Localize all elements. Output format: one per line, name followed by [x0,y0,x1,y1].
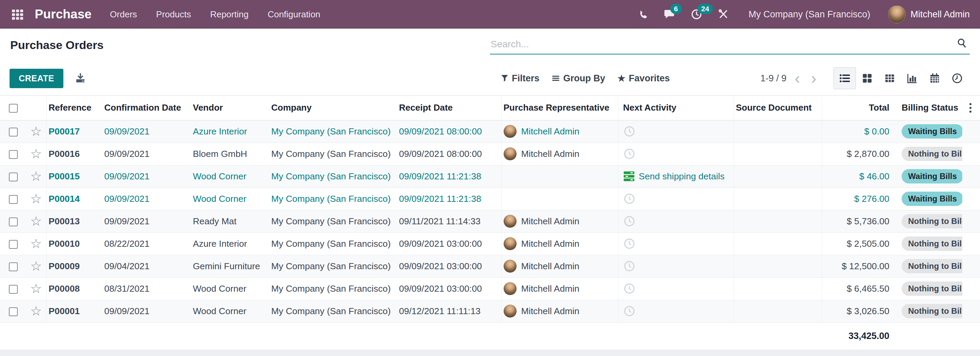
next-activity-cell[interactable] [618,210,733,233]
reference-cell[interactable]: P00015 [46,165,102,188]
reference-cell[interactable]: P00017 [46,120,102,142]
company-cell[interactable]: My Company (San Francisco) [269,233,397,255]
next-activity-clock-icon[interactable] [623,125,635,138]
source-document-cell[interactable] [733,120,822,142]
row-checkbox[interactable] [9,307,18,316]
reference-cell[interactable]: P00008 [46,277,102,300]
receipt-date-cell[interactable]: 09/09/2021 08:00:00 [397,120,501,142]
table-row[interactable]: ☆ P00010 08/22/2021 Azure Interior My Co… [0,233,980,255]
receipt-date-cell[interactable]: 09/09/2021 08:00:00 [397,142,501,165]
company-switcher[interactable]: My Company (San Francisco) [749,9,870,20]
vendor-cell[interactable]: Wood Corner [191,277,269,300]
calendar-view-button[interactable] [923,67,946,89]
vendor-cell[interactable]: Azure Interior [191,233,269,255]
menu-orders[interactable]: Orders [100,0,146,28]
kanban-view-button[interactable] [856,67,878,89]
favorite-star-icon[interactable]: ☆ [30,304,42,318]
next-activity-clock-icon[interactable] [623,215,635,227]
next-activity-cell[interactable] [618,277,733,300]
list-view-button[interactable] [834,67,856,89]
company-cell[interactable]: My Company (San Francisco) [269,120,397,142]
company-cell[interactable]: My Company (San Francisco) [269,142,397,165]
receipt-date-cell[interactable]: 09/09/2021 03:00:00 [397,255,501,277]
receipt-date-cell[interactable]: 09/09/2021 03:00:00 [397,277,501,300]
col-receipt-date[interactable]: Receipt Date [397,96,501,120]
table-row[interactable]: ☆ P00001 09/09/2021 Wood Corner My Compa… [0,300,980,322]
col-company[interactable]: Company [269,96,397,120]
graph-view-button[interactable] [901,67,923,89]
favorite-star-icon[interactable]: ☆ [30,237,42,251]
favorite-star-icon[interactable]: ☆ [30,282,42,296]
reference-cell[interactable]: P00001 [46,300,102,322]
voip-phone-button[interactable] [637,9,648,20]
search-button[interactable] [956,38,967,49]
reference-cell[interactable]: P00013 [46,210,102,233]
representative-cell[interactable]: Mitchell Admin [501,233,618,255]
reference-cell[interactable]: P00009 [46,255,102,277]
vendor-cell[interactable]: Bloem GmbH [191,142,269,165]
table-row[interactable]: ☆ P00015 09/09/2021 Wood Corner My Compa… [0,165,980,188]
confirmation-date-cell[interactable]: 09/09/2021 [102,165,191,188]
reference-cell[interactable]: P00016 [46,142,102,165]
col-billing-status[interactable]: Billing Status [894,96,962,120]
pager-next-button[interactable]: › [808,71,819,85]
next-activity-clock-icon[interactable] [623,283,635,295]
confirmation-date-cell[interactable]: 09/09/2021 [102,300,191,322]
favorite-star-icon[interactable]: ☆ [30,259,42,273]
source-document-cell[interactable] [733,188,822,210]
company-cell[interactable]: My Company (San Francisco) [269,255,397,277]
activities-button[interactable]: 24 [691,8,702,20]
total-cell[interactable]: $ 2,505.00 [822,233,894,255]
vendor-cell[interactable]: Wood Corner [191,300,269,322]
next-activity-clock-icon[interactable] [623,148,635,160]
representative-cell[interactable] [501,188,618,210]
filters-button[interactable]: Filters [495,70,546,87]
table-row[interactable]: ☆ P00014 09/09/2021 Wood Corner My Compa… [0,188,980,210]
optional-columns-icon[interactable] [964,103,980,113]
col-source-document[interactable]: Source Document [733,96,822,120]
next-activity-cell[interactable]: Send shipping details [618,165,733,188]
representative-cell[interactable]: Mitchell Admin [501,277,618,300]
vendor-cell[interactable]: Ready Mat [191,210,269,233]
next-activity-cell[interactable] [618,142,733,165]
row-checkbox[interactable] [9,128,18,136]
vendor-cell[interactable]: Wood Corner [191,188,269,210]
total-cell[interactable]: $ 46.00 [822,165,894,188]
total-cell[interactable]: $ 6,465.50 [822,277,894,300]
next-activity-clock-icon[interactable] [623,260,635,272]
confirmation-date-cell[interactable]: 08/31/2021 [102,277,191,300]
source-document-cell[interactable] [733,277,822,300]
favorite-star-icon[interactable]: ☆ [30,191,42,206]
favorite-star-icon[interactable]: ☆ [30,124,42,139]
confirmation-date-cell[interactable]: 09/04/2021 [102,255,191,277]
row-checkbox[interactable] [9,263,18,271]
total-cell[interactable]: $ 2,870.00 [822,142,894,165]
row-checkbox[interactable] [9,240,18,249]
table-row[interactable]: ☆ P00016 09/09/2021 Bloem GmbH My Compan… [0,142,980,165]
representative-cell[interactable]: Mitchell Admin [501,142,618,165]
select-all-checkbox[interactable] [9,104,18,113]
next-activity-clock-icon[interactable] [623,305,635,317]
export-button[interactable] [74,72,87,84]
representative-cell[interactable]: Mitchell Admin [501,210,618,233]
menu-configuration[interactable]: Configuration [258,0,330,28]
vendor-cell[interactable]: Wood Corner [191,165,269,188]
search-input[interactable] [490,35,970,54]
confirmation-date-cell[interactable]: 08/22/2021 [102,233,191,255]
table-row[interactable]: ☆ P00013 09/09/2021 Ready Mat My Company… [0,210,980,233]
representative-cell[interactable]: Mitchell Admin [501,300,618,322]
row-checkbox[interactable] [9,285,18,294]
favorite-star-icon[interactable]: ☆ [30,147,42,161]
total-cell[interactable]: $ 3,026.50 [822,300,894,322]
next-activity-clock-icon[interactable] [623,237,635,250]
representative-cell[interactable]: Mitchell Admin [501,120,618,142]
debug-tools-button[interactable] [718,9,729,20]
next-activity-cell[interactable] [618,120,733,142]
next-activity-cell[interactable] [618,188,733,210]
col-purchase-representative[interactable]: Purchase Representative [501,96,618,120]
representative-cell[interactable] [501,165,618,188]
confirmation-date-cell[interactable]: 09/09/2021 [102,210,191,233]
representative-cell[interactable]: Mitchell Admin [501,255,618,277]
group-by-button[interactable]: Group By [546,70,611,87]
company-cell[interactable]: My Company (San Francisco) [269,277,397,300]
